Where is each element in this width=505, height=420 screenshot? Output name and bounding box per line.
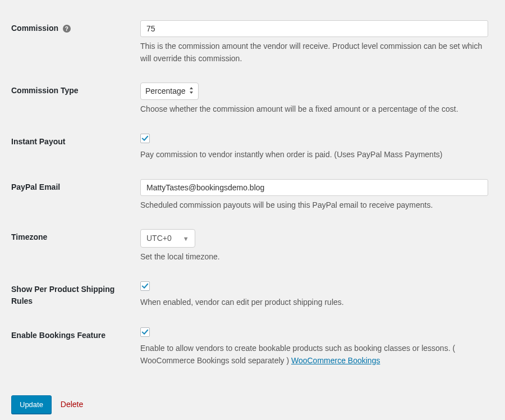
commission-type-help: Choose whether the commission amount wil… [140,103,488,116]
enable-bookings-help: Enable to allow vendors to create bookab… [140,343,488,367]
commission-help: This is the commission amount the vendor… [140,40,488,65]
paypal-email-help: Scheduled commission payouts will be usi… [140,199,488,212]
delete-button[interactable]: Delete [61,395,83,414]
update-button[interactable]: Update [11,395,52,414]
timezone-help: Set the local timezone. [140,251,488,263]
shipping-rules-checkbox[interactable] [140,281,150,291]
paypal-email-label: PayPal Email [11,170,135,221]
actions-row: Update Delete [11,393,494,417]
chevron-down-icon: ▼ [183,234,189,244]
timezone-select[interactable]: UTC+0 ▼ [140,229,195,248]
instant-payout-checkbox[interactable] [140,134,150,143]
shipping-rules-help: When enabled, vendor can edit per produc… [140,296,488,309]
commission-input[interactable] [140,20,488,37]
help-icon[interactable]: ? [63,25,71,33]
woocommerce-bookings-link[interactable]: WooCommerce Bookings [291,356,380,365]
instant-payout-label: Instant Payout [11,125,135,170]
commission-label: Commission ? [11,11,135,74]
timezone-label: Timezone [11,220,135,272]
shipping-rules-label: Show Per Product Shipping Rules [11,272,135,318]
settings-form: Commission ? This is the commission amou… [11,11,494,376]
instant-payout-help: Pay commission to vendor instantly when … [140,149,488,161]
enable-bookings-checkbox[interactable] [140,327,150,337]
commission-type-select[interactable]: Percentage [140,83,199,100]
timezone-value: UTC+0 [146,232,172,244]
paypal-email-input[interactable] [140,179,488,196]
sort-icon [189,86,194,97]
commission-label-text: Commission [11,24,58,33]
enable-bookings-label: Enable Bookings Feature [11,318,135,376]
commission-type-label: Commission Type [11,74,135,125]
commission-type-value: Percentage [145,85,186,97]
